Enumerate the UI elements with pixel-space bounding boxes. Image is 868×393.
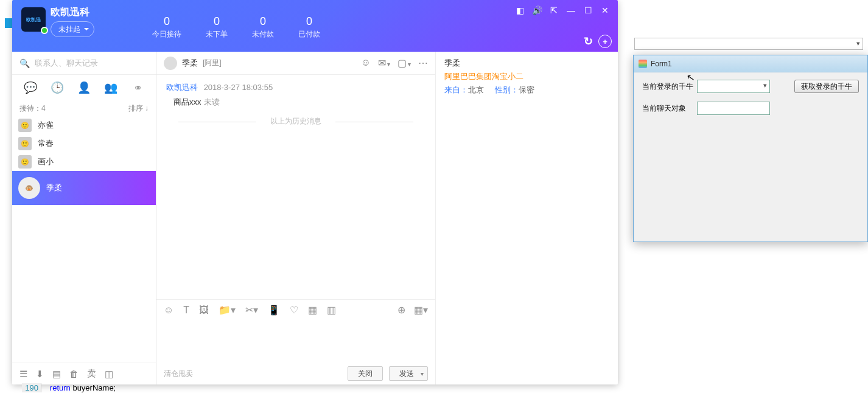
stat-today[interactable]: 0今日接待 [152,15,181,40]
info-contact-name: 季柔 [444,58,609,69]
fastreply-icon[interactable]: ⊕ [397,304,405,316]
contact-list: 🙂亦雀 🙂常春 🙂画小 🐵季柔 [12,116,156,205]
tab-contact-icon[interactable]: 👤 [76,80,92,96]
text-chat-target[interactable] [697,102,770,115]
video-action-icon[interactable]: ▢ [397,57,411,69]
emoji-action-icon[interactable]: ☺ [361,57,371,69]
app-title: 欧凯迅科 [51,6,89,19]
info-org: 阿里巴巴集团淘宝小二 [444,71,609,82]
im-header: 欧凯迅 欧凯迅科 未挂起 0今日接待 0未下单 0未付款 0已付款 ◧ 🔊 ⇱ … [12,0,618,52]
emoji-icon[interactable]: ☺ [164,305,173,316]
form1-titlebar[interactable]: Form1 [634,55,867,72]
label-current-chat: 当前聊天对象 [642,103,693,114]
vs-combo[interactable] [634,38,863,50]
contact-item[interactable]: 🙂亦雀 [12,116,156,134]
sidebar-bottom: ☰ ⬇ ▤ 🗑 卖 ◫ [12,363,156,384]
code-ident: buyerName; [71,383,116,392]
calc-icon[interactable]: ▦ [308,304,317,316]
line-number: 190 [22,383,41,392]
minimize-icon[interactable]: — [563,2,579,18]
close-icon[interactable]: ✕ [597,2,613,18]
sort-button[interactable]: 排序 ↓ [128,103,149,114]
code-editor-peek: 190 return buyerName; [22,383,116,392]
chat-pane: 季柔 [阿里] ☺ ✉ ▢ ⋯ 欧凯迅科 2018-3-27 18:03:55 … [156,52,435,384]
refresh-icon[interactable]: ↻ [581,35,595,48]
get-login-button[interactable]: 获取登录的千牛 [794,80,859,93]
chat-header: 季柔 [阿里] ☺ ✉ ▢ ⋯ [156,52,435,75]
msg-body: 商品xxx未读 [173,97,425,108]
avatar: 🐵 [18,177,40,199]
tab-team-icon[interactable]: ⚭ [130,80,145,96]
message-area: 欧凯迅科 2018-3-27 18:03:55 商品xxx未读 以上为历史消息 [156,75,435,299]
stat-noorder[interactable]: 0未下单 [206,15,228,40]
editor-left-strip [5,18,12,28]
volume-icon[interactable]: 🔊 [529,2,545,18]
mail-action-icon[interactable]: ✉ [378,57,390,69]
close-button[interactable]: 关闭 [348,366,383,381]
image-icon[interactable]: 🖼 [199,305,209,316]
history-divider: 以上为历史消息 [166,116,425,127]
tab-group-icon[interactable]: 👥 [103,80,119,96]
layout-icon[interactable]: ◫ [105,369,113,380]
reception-count: 接待：4 [19,103,46,114]
online-status-dot [41,27,48,34]
message-input[interactable] [156,320,435,363]
skin-icon[interactable]: ◧ [512,2,528,18]
sidebar: 🔍 联系人、聊天记录 💬 🕒 👤 👥 ⚭ 接待：4 排序 ↓ 🙂亦雀 🙂常春 🙂… [12,52,156,384]
clearance-link[interactable]: 清仓甩卖 [164,369,193,379]
font-icon[interactable]: T [183,305,189,316]
collapse-icon[interactable]: ▤ [52,369,61,380]
add-icon[interactable]: + [598,35,612,48]
contact-item[interactable]: 🙂常春 [12,134,156,153]
chat-contact-name: 季柔 [182,58,198,69]
msg-status: 未读 [204,97,220,106]
im-window: 欧凯迅 欧凯迅科 未挂起 0今日接待 0未下单 0未付款 0已付款 ◧ 🔊 ⇱ … [12,0,618,384]
sidebar-tabs: 💬 🕒 👤 👥 ⚭ [12,75,156,100]
header-right-icons: ↻ + [581,35,612,48]
avatar: 🙂 [18,155,32,169]
chat-contact-tag: [阿里] [203,58,222,68]
stat-paid[interactable]: 0已付款 [298,15,320,40]
stat-unpaid[interactable]: 0未付款 [252,15,274,40]
label-current-login: 当前登录的千牛 [642,82,693,92]
download-icon[interactable]: ⬇ [36,369,44,380]
search-input[interactable]: 🔍 联系人、聊天记录 [12,52,156,75]
status-dropdown[interactable]: 未挂起 [51,21,94,37]
info-panel: 季柔 阿里巴巴集团淘宝小二 来自：北京 性别：保密 [435,52,618,384]
msg-sender: 欧凯迅科 [166,83,198,92]
editor-footer: 清仓甩卖 关闭 发送 [156,363,435,384]
cut-icon[interactable]: ✂▾ [245,304,258,316]
list-header: 接待：4 排序 ↓ [12,100,156,116]
tab-chat-icon[interactable]: 💬 [23,80,38,96]
send-button[interactable]: 发送 [389,366,428,381]
pin-icon[interactable]: ⇱ [546,2,562,18]
code-keyword: return [50,383,71,392]
contact-item[interactable]: 🙂画小 [12,153,156,171]
chat-avatar [164,57,177,70]
chat-actions: ☺ ✉ ▢ ⋯ [361,57,428,69]
heart-icon[interactable]: ♡ [290,304,298,316]
form1-app-icon [639,60,647,68]
folder-icon[interactable]: 📁▾ [219,304,236,316]
search-icon: 🔍 [19,58,30,68]
form1-window: Form1 当前登录的千牛 获取登录的千牛 当前聊天对象 [633,55,868,242]
combo-qianniu[interactable] [697,80,770,93]
editor-toolbar: ☺ T 🖼 📁▾ ✂▾ 📱 ♡ ▦ ▥ ⊕ ▦▾ [156,299,435,320]
contact-item-selected[interactable]: 🐵季柔 [12,171,156,205]
search-placeholder: 联系人、聊天记录 [35,58,98,69]
header-stats: 0今日接待 0未下单 0未付款 0已付款 [152,15,320,40]
form1-row-chat: 当前聊天对象 [642,102,859,115]
menu-icon[interactable]: ☰ [19,369,27,380]
avatar: 🙂 [18,119,32,132]
more-action-icon[interactable]: ⋯ [418,57,428,69]
phone-icon[interactable]: 📱 [268,304,280,316]
form1-row-login: 当前登录的千牛 获取登录的千牛 [642,80,859,93]
sell-icon[interactable]: 卖 [87,368,96,380]
delete-icon[interactable]: 🗑 [69,369,79,379]
tab-recent-icon[interactable]: 🕒 [49,80,65,96]
maximize-icon[interactable]: ☐ [580,2,596,18]
robot-icon[interactable]: ▦▾ [414,304,428,316]
form1-body: 当前登录的千牛 获取登录的千牛 当前聊天对象 [634,72,867,131]
card-icon[interactable]: ▥ [327,304,336,316]
form1-title-text: Form1 [651,60,672,68]
